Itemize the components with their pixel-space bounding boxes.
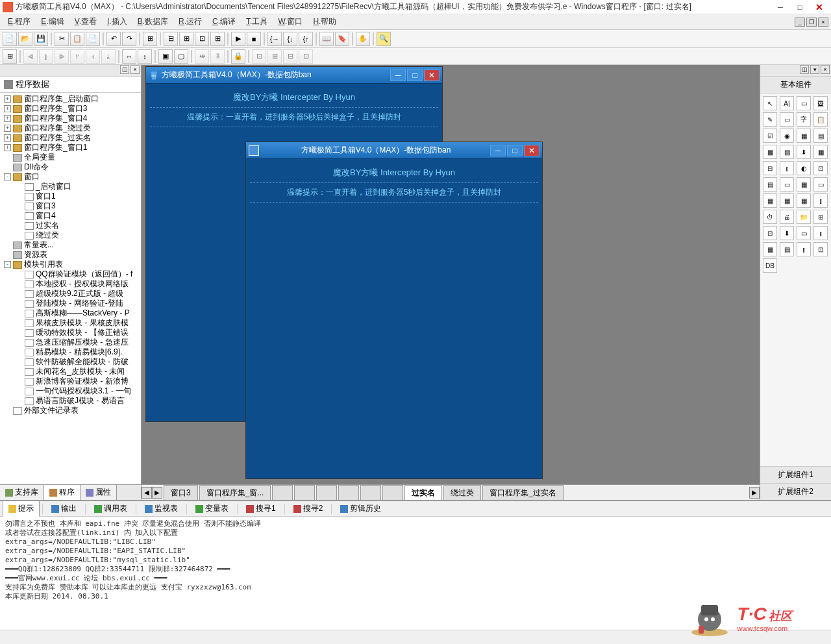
component-24[interactable]: ▦ [763,193,777,208]
design-tab-5[interactable] [338,485,359,501]
menu-item-9[interactable]: H.帮助 [309,15,340,29]
menu-item-5[interactable]: R.运行 [175,15,206,29]
component-35[interactable]: ⫿ [813,226,828,240]
step-out-button[interactable]: {↑ [299,32,313,46]
open-button[interactable]: 📂 [18,32,32,46]
save-button[interactable]: 💾 [34,32,48,46]
tree-item-17[interactable]: -模块引用表 [1,260,140,269]
new-button[interactable]: 📄 [3,32,17,46]
tree-item-12[interactable]: 窗口4 [1,211,140,221]
component-14[interactable]: ⬇ [797,145,811,159]
component-21[interactable]: ▭ [780,177,794,192]
step-into-button[interactable]: {↓ [283,32,297,46]
mdi-minimize[interactable]: _ [795,18,805,27]
menu-item-1[interactable]: E.编辑 [37,15,68,29]
component-23[interactable]: ▭ [813,177,828,192]
component-34[interactable]: ▭ [797,226,811,240]
panel-close-button[interactable]: × [130,65,140,74]
component-17[interactable]: ⫿ [780,161,794,175]
component-26[interactable]: ▦ [797,193,811,208]
design-tab-1[interactable]: 窗口程序集_窗... [199,485,271,501]
tab-scroll-right[interactable]: ▶ [152,487,162,499]
design-tab-3[interactable] [294,485,315,501]
comp-dropdown-button[interactable]: ▾ [810,65,819,74]
space-v-button[interactable]: ⇳ [210,49,225,64]
tree-item-3[interactable]: +窗口程序集_绕过类 [1,123,140,133]
tree-item-1[interactable]: +窗口程序集_窗口3 [1,104,140,114]
ungroup-button[interactable]: ⊞ [267,49,282,64]
component-12[interactable]: ▦ [763,145,777,159]
tree-item-11[interactable]: 窗口3 [1,201,140,211]
component-37[interactable]: ▤ [780,242,794,256]
project-tree[interactable]: +窗口程序集_启动窗口+窗口程序集_窗口3+窗口程序集_窗口4+窗口程序集_绕过… [0,93,141,484]
form-designer[interactable]: EXUI 方曦极简工具箱V4.0（MAX）-数据包防ban ─ □ ✕ 魔改BY… [142,65,760,484]
component-27[interactable]: ⫿ [813,193,828,208]
design-tab-7[interactable] [382,485,403,501]
size-width-button[interactable]: ↔ [122,49,136,64]
space-h-button[interactable]: ⇹ [195,49,209,64]
cut-button[interactable]: ✂ [55,32,69,46]
component-10[interactable]: ▦ [797,129,811,143]
component-15[interactable]: ▦ [813,145,828,159]
component-20[interactable]: ▤ [763,177,777,192]
menu-item-6[interactable]: C.编译 [208,15,240,29]
align-left-button[interactable]: ⫷ [23,49,38,64]
form2-close[interactable]: ✕ [524,145,540,156]
tree-item-10[interactable]: 窗口1 [1,192,140,201]
tree-item-13[interactable]: 过实名 [1,221,140,230]
align-right-button[interactable]: ⫸ [55,49,69,64]
design-tab-8[interactable]: 过实名 [404,485,442,501]
component-3[interactable]: 🖼 [813,96,828,110]
book-button[interactable]: 📖 [319,32,334,46]
tab-scroll-left[interactable]: ◀ [142,487,152,499]
output-tab-4[interactable]: 变量表 [190,501,234,517]
component-30[interactable]: 📁 [797,210,811,224]
component-22[interactable]: ▦ [797,177,811,192]
mdi-close[interactable]: × [818,18,828,27]
form2-minimize[interactable]: ─ [490,145,506,156]
align-center-button[interactable]: ⫿ [39,49,53,64]
output-tab-6[interactable]: 搜寻2 [288,501,329,517]
output-tab-3[interactable]: 监视表 [139,501,184,517]
output-tab-7[interactable]: 剪辑历史 [334,501,387,517]
ext-group-1[interactable]: 扩展组件1 [760,466,831,483]
tree-item-20[interactable]: 超级模块9.2正式版 - 超级 [1,289,140,299]
tab-scroll-end[interactable]: ▶ [749,487,760,499]
tree-item-16[interactable]: 资源表 [1,250,140,260]
tree-item-4[interactable]: +窗口程序集_过实名 [1,133,140,143]
component-38[interactable]: ⫿ [797,242,811,256]
tab-support-lib[interactable]: 支持库 [0,485,44,500]
tree-item-19[interactable]: 本地授权 - 授权模块网络版 [1,279,140,289]
redo-button[interactable]: ↷ [122,32,136,46]
tree-item-31[interactable]: 易语言防破J模块 - 易语言 [1,396,140,406]
copy-button[interactable]: 📋 [70,32,84,46]
menu-item-8[interactable]: W.窗口 [274,15,306,29]
design-tab-9[interactable]: 绕过类 [443,485,481,501]
menu-item-4[interactable]: B.数据库 [134,15,172,29]
form1-maximize[interactable]: □ [407,69,423,81]
form1-close[interactable]: ✕ [424,69,440,81]
tree-item-23[interactable]: 果核皮肤模块 - 果核皮肤模 [1,318,140,328]
design-tab-10[interactable]: 窗口程序集_过实名 [482,485,564,501]
paste-button[interactable]: 📄 [86,32,100,46]
menu-item-0[interactable]: E.程序 [4,15,34,29]
align-top-button[interactable]: ⫯ [70,49,84,64]
tree-item-18[interactable]: QQ群验证模块（返回值）- f [1,269,140,279]
layout-button-1[interactable]: ⊟ [164,32,178,46]
align-middle-button[interactable]: ⫞ [86,49,100,64]
component-28[interactable]: ⏱ [763,210,777,224]
tree-item-6[interactable]: 全局变量 [1,153,140,162]
grid-button[interactable]: ⊞ [3,49,17,64]
component-40[interactable]: DB [763,258,777,273]
maximize-button[interactable]: □ [791,1,809,13]
find-button[interactable]: 🔍 [377,32,391,46]
component-33[interactable]: ⬇ [780,226,794,240]
send-back-button[interactable]: ▢ [174,49,188,64]
layout-button-4[interactable]: ⊞ [210,32,225,46]
design-tab-4[interactable] [316,485,337,501]
bring-front-button[interactable]: ▣ [158,49,173,64]
minimize-button[interactable]: ─ [771,1,789,13]
component-0[interactable]: ↖ [763,96,777,110]
tree-item-0[interactable]: +窗口程序集_启动窗口 [1,94,140,104]
design-tab-2[interactable] [272,485,293,501]
